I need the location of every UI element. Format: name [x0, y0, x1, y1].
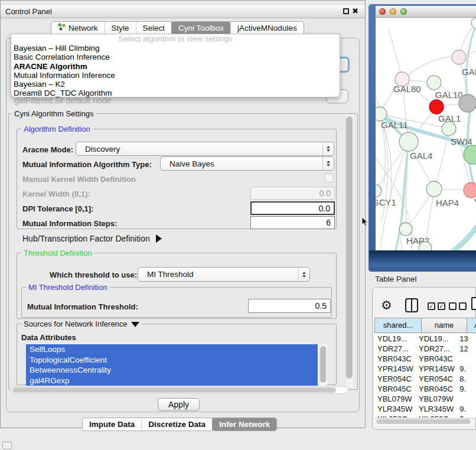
network-tab-icon: [58, 22, 66, 34]
which-threshold-select[interactable]: MI Threshold: [138, 267, 310, 282]
which-threshold-label: Which threshold to use:: [50, 270, 137, 279]
aracne-mode-select[interactable]: Discovery: [76, 142, 334, 156]
mi-type-value: Naive Bayes: [169, 159, 214, 168]
network-window-titlebar[interactable]: [376, 6, 476, 18]
table-header-shared[interactable]: shared...: [374, 318, 422, 333]
network-node[interactable]: [399, 223, 412, 236]
float-window-icon[interactable]: [343, 8, 349, 14]
dropdown-item[interactable]: Dream8 DC_TDC Algorithm: [11, 89, 340, 97]
attributes-scrollbar-thumb[interactable]: [320, 346, 326, 383]
table-cell: YLR345W: [374, 404, 415, 414]
table-row[interactable]: YBL079WYBL079W: [374, 394, 476, 404]
network-edge: [402, 57, 459, 79]
aracne-mode-value: Discovery: [85, 145, 120, 154]
settings-hscrollbar-thumb[interactable]: [12, 387, 336, 393]
dropdown-item-selected[interactable]: ARACNE Algorithm: [11, 62, 340, 71]
table-cell: 9: [455, 414, 476, 418]
kernel-width-field[interactable]: 0.0: [250, 187, 335, 200]
table-row[interactable]: YLR345WYLR345W9.: [374, 404, 476, 414]
dropdown-item[interactable]: Mutual Information Inference: [11, 71, 340, 80]
dropdown-placeholder: Select algorithm to view settings: [11, 34, 340, 44]
network-node-label: GAL4: [410, 151, 432, 161]
table-row[interactable]: YBR045CYBR045C9.: [374, 384, 476, 394]
dropdown-item[interactable]: Basic Correlation Inference: [11, 53, 340, 61]
network-node-label: GAL11: [381, 120, 408, 130]
network-node[interactable]: [459, 94, 476, 112]
table-header-partial[interactable]: A: [467, 318, 476, 333]
tab-impute-data[interactable]: Impute Data: [83, 418, 141, 431]
tab-discretize-data[interactable]: Discretize Data: [141, 418, 212, 431]
split-columns-icon[interactable]: [405, 298, 418, 312]
network-node[interactable]: [471, 18, 476, 28]
tab-label: Infer Network: [219, 418, 270, 431]
network-node-label: SWI4: [451, 136, 472, 146]
mi-steps-field[interactable]: 6: [250, 216, 335, 229]
table-cell: YBR045C: [415, 384, 455, 394]
apply-button[interactable]: Apply: [158, 398, 200, 411]
settings-scrollbar-thumb[interactable]: [346, 116, 353, 379]
mi-threshold-label: Mutual Information Threshold:: [27, 302, 138, 311]
table-body: YDL19...YDL19...13YDR27...YDR27...12YBR0…: [374, 334, 476, 418]
network-node[interactable]: [442, 122, 456, 136]
table-row[interactable]: YDL19...YDL19...13: [374, 334, 476, 344]
stepper-icon: [322, 157, 334, 170]
table-cell: 8.: [455, 374, 476, 384]
network-canvas[interactable]: GALGAL80GAL10GAL1GAL11SWI4GAL4GCY1HAP4YH…: [376, 18, 476, 250]
network-node[interactable]: [376, 107, 387, 121]
table-row[interactable]: YDR27...YDR27...12: [374, 344, 476, 354]
network-node-label: GAL: [462, 67, 476, 77]
document-icon[interactable]: [471, 297, 476, 310]
table-hscrollbar-thumb[interactable]: [376, 419, 471, 424]
sources-title[interactable]: Sources for Network Inference: [21, 319, 142, 328]
checked-checkbox-icon[interactable]: ✓: [438, 302, 445, 310]
attribute-item-selected[interactable]: SelfLoops: [26, 344, 318, 355]
table-row[interactable]: YBR043CYBR043C: [374, 354, 476, 364]
network-node-label: HAP4: [436, 198, 459, 208]
unchecked-checkbox-icon[interactable]: [449, 302, 457, 310]
network-node[interactable]: [376, 184, 382, 197]
checked-checkbox-icon[interactable]: ✓: [428, 302, 435, 310]
attribute-item-selected[interactable]: BetweennessCentrality: [26, 365, 318, 376]
hub-definition-expander[interactable]: Hub/Transcription Factor Definition: [22, 234, 162, 243]
tab-network[interactable]: Network: [51, 22, 105, 34]
tab-select[interactable]: Select: [136, 22, 172, 34]
tab-jactivemnodules[interactable]: jActiveMNodules: [230, 22, 304, 34]
tab-style[interactable]: Style: [105, 22, 136, 34]
dropdown-item[interactable]: Bayesian – Hill Climbing: [11, 44, 340, 53]
network-node[interactable]: [452, 50, 466, 64]
attribute-item-selected[interactable]: gal4RGexp: [26, 376, 318, 386]
mi-type-select[interactable]: Naive Bayes: [160, 156, 334, 171]
close-icon[interactable]: ✖: [352, 6, 358, 17]
stepper-icon: [298, 268, 309, 281]
zoom-traffic-light-icon[interactable]: [400, 8, 407, 15]
minimize-traffic-light-icon[interactable]: [390, 8, 396, 15]
network-node[interactable]: [426, 181, 442, 197]
network-edge: [467, 23, 476, 102]
manual-kernel-checkbox[interactable]: [325, 174, 334, 182]
attribute-item-selected[interactable]: TopologicalCoefficient: [26, 355, 318, 366]
table-cell: YPR145W: [415, 364, 455, 374]
gear-icon[interactable]: ⚙: [381, 298, 392, 313]
network-node[interactable]: [464, 182, 476, 198]
tab-infer-network[interactable]: Infer Network: [212, 418, 276, 431]
unchecked-checkbox-icon[interactable]: [459, 302, 467, 310]
table-cell: YDR27...: [415, 344, 455, 354]
tab-label: Network: [69, 22, 98, 34]
network-node[interactable]: [429, 100, 444, 114]
table-row[interactable]: YER054CYER054C8.: [374, 374, 476, 384]
minimized-panel-icon[interactable]: [2, 442, 12, 449]
table-row[interactable]: YPR145WYPR145W9.: [374, 364, 476, 374]
close-traffic-light-icon[interactable]: [379, 8, 386, 15]
table-cell: YER054C: [374, 374, 415, 384]
network-node[interactable]: [427, 76, 441, 90]
dpi-tolerance-field[interactable]: 0.0: [250, 201, 335, 215]
table-cell: YDL19...: [415, 334, 455, 344]
control-panel-tabs: Network Style Select Cyni Toolbox jActiv…: [51, 21, 304, 35]
network-node[interactable]: [399, 132, 418, 151]
table-row[interactable]: YIL052CYIL052C9: [374, 414, 476, 418]
table-cell: 13: [455, 334, 476, 344]
table-header-name[interactable]: name: [421, 318, 467, 333]
dropdown-item[interactable]: Bayesian – K2: [11, 80, 340, 89]
tab-cyni-toolbox[interactable]: Cyni Toolbox: [171, 22, 230, 34]
mi-threshold-field[interactable]: 0.5: [248, 299, 331, 313]
